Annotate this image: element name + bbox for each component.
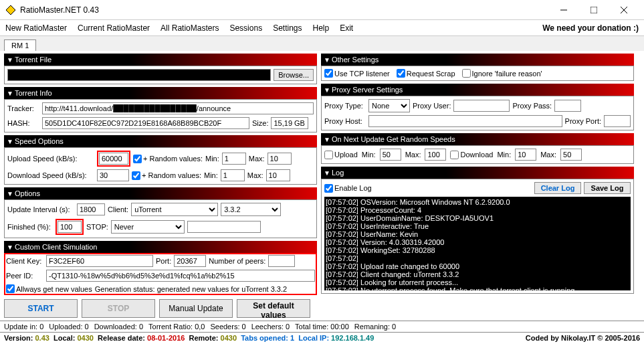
proxy-header[interactable]: ▼Proxy Server Settings xyxy=(321,84,634,96)
log-output[interactable]: [07:57:02] OSVersion: Microsoft Windows … xyxy=(324,197,631,290)
random-upload-checkbox[interactable] xyxy=(324,151,333,159)
upload-random-checkbox[interactable] xyxy=(133,155,142,163)
peerid-label: Peer ID: xyxy=(6,272,43,280)
svg-marker-0 xyxy=(6,5,15,15)
menubar: New RatioMaster Current RatioMaster All … xyxy=(0,20,644,36)
upload-speed-input[interactable] xyxy=(99,153,128,165)
proxy-port-label: Proxy Port: xyxy=(565,117,601,125)
torrent-path-input[interactable] xyxy=(7,69,271,81)
status-remaining: Remaning: 0 xyxy=(354,323,396,331)
peers-label: Number of peers: xyxy=(209,257,265,265)
minimize-button[interactable] xyxy=(548,1,578,19)
start-button[interactable]: START xyxy=(4,299,78,318)
menu-exit[interactable]: Exit xyxy=(340,23,353,33)
proxy-type-label: Proxy Type: xyxy=(324,102,366,110)
finished-label: Finished (%): xyxy=(7,223,53,231)
stop-button[interactable]: STOP xyxy=(82,299,155,318)
client-version-select[interactable]: 3.3.2 xyxy=(221,203,281,216)
download-max-input[interactable] xyxy=(266,169,290,181)
enable-log-checkbox[interactable] xyxy=(324,184,333,193)
menu-settings[interactable]: Settings xyxy=(273,23,302,33)
status-uploaded: Uploaded: 0 xyxy=(49,323,88,331)
browse-button[interactable]: Browse... xyxy=(274,69,314,81)
coded-by: Coded by Nikolay.IT © 2005-2016 xyxy=(526,334,640,342)
proxy-host-label: Proxy Host: xyxy=(324,117,366,125)
tracker-label: Tracker: xyxy=(7,104,39,112)
proxy-pass-input[interactable] xyxy=(554,100,581,112)
client-key-label: Client Key: xyxy=(6,257,43,265)
other-settings-header[interactable]: ▼Other Settings xyxy=(321,54,634,66)
maximize-button[interactable] xyxy=(578,1,609,19)
interval-input[interactable] xyxy=(77,203,105,215)
upload-max-input[interactable] xyxy=(267,153,292,165)
peers-input[interactable] xyxy=(268,255,295,267)
menu-sessions[interactable]: Sessions xyxy=(229,23,262,33)
client-key-input[interactable] xyxy=(46,255,153,267)
ignore-failure-checkbox[interactable] xyxy=(462,69,471,78)
always-new-checkbox[interactable] xyxy=(6,284,15,293)
proxy-type-select[interactable]: None xyxy=(368,99,410,112)
client-label: Client: xyxy=(108,205,128,213)
download-speed-label: Download Speed (kB/s): xyxy=(7,171,94,179)
gen-status: Generation status: generated new values … xyxy=(95,285,287,293)
status-seeders: Seeders: 0 xyxy=(210,323,245,331)
size-input xyxy=(271,117,308,129)
save-log-button[interactable]: Save Log xyxy=(584,182,631,194)
upload-speed-label: Upload Speed (kB/s): xyxy=(7,155,94,163)
menu-all[interactable]: All RatioMasters xyxy=(160,23,219,33)
finished-input[interactable] xyxy=(58,221,82,233)
tab-rm1[interactable]: RM 1 xyxy=(4,39,36,51)
interval-label: Update Interval (s): xyxy=(7,205,74,213)
proxy-port-input[interactable] xyxy=(604,115,631,127)
random-download-min-input[interactable] xyxy=(515,149,536,161)
app-icon xyxy=(5,5,16,15)
tcp-listener-checkbox[interactable] xyxy=(324,69,333,78)
random-upload-min-input[interactable] xyxy=(380,149,401,161)
random-download-max-input[interactable] xyxy=(560,149,582,161)
custom-header[interactable]: ▼Custom Client Simulation xyxy=(4,241,317,253)
random-speeds-header[interactable]: ▼On Next Update Get Random Speeds xyxy=(321,133,634,145)
menu-new[interactable]: New RatioMaster xyxy=(5,23,67,33)
set-defaults-button[interactable]: Set default values xyxy=(237,299,310,318)
log-header[interactable]: ▼Log xyxy=(321,167,634,179)
hash-input[interactable] xyxy=(42,117,249,129)
torrent-file-header[interactable]: ▼Torrent File xyxy=(4,54,317,66)
speed-header[interactable]: ▼Speed Options xyxy=(4,135,317,147)
download-speed-input[interactable] xyxy=(97,169,129,181)
stop-value-input[interactable] xyxy=(187,221,261,233)
random-download-checkbox[interactable] xyxy=(450,151,459,159)
size-label: Size: xyxy=(252,119,268,127)
hash-label: HASH: xyxy=(7,119,39,127)
donation-text: We need your donation :) xyxy=(542,23,639,33)
tracker-input[interactable] xyxy=(42,102,314,114)
client-select[interactable]: uTorrent xyxy=(131,203,218,216)
proxy-host-input[interactable] xyxy=(368,115,562,127)
download-random-checkbox[interactable] xyxy=(132,171,140,180)
download-min-input[interactable] xyxy=(221,169,245,181)
status-update-in: Update in: 0 xyxy=(4,323,43,331)
stop-select[interactable]: Never xyxy=(111,220,185,234)
port-input[interactable] xyxy=(174,255,206,267)
upload-min-input[interactable] xyxy=(222,153,246,165)
menu-help[interactable]: Help xyxy=(313,23,330,33)
proxy-pass-label: Proxy Pass: xyxy=(512,102,552,110)
menu-current[interactable]: Current RatioMaster xyxy=(78,23,150,33)
torrent-info-header[interactable]: ▼Torrent Info xyxy=(4,87,317,99)
proxy-user-input[interactable] xyxy=(453,100,510,112)
clear-log-button[interactable]: Clear Log xyxy=(534,182,581,194)
stop-label: STOP: xyxy=(86,223,108,231)
close-button[interactable] xyxy=(609,1,639,19)
status-total-time: Total time: 00:00 xyxy=(295,323,349,331)
options-header[interactable]: ▼Options xyxy=(4,187,317,199)
random-upload-max-input[interactable] xyxy=(425,149,446,161)
port-label: Port: xyxy=(156,257,171,265)
svg-rect-2 xyxy=(591,7,597,13)
manual-update-button[interactable]: Manual Update xyxy=(159,299,233,318)
peerid-input[interactable] xyxy=(46,270,315,282)
window-title: RatioMaster.NET 0.43 xyxy=(20,5,548,15)
status-ratio: Torrent Ratio: 0,0 xyxy=(148,323,205,331)
request-scrap-checkbox[interactable] xyxy=(397,69,405,78)
proxy-user-label: Proxy User: xyxy=(413,102,451,110)
status-leechers: Leechers: 0 xyxy=(251,323,290,331)
status-downloaded: Downloaded: 0 xyxy=(94,323,143,331)
